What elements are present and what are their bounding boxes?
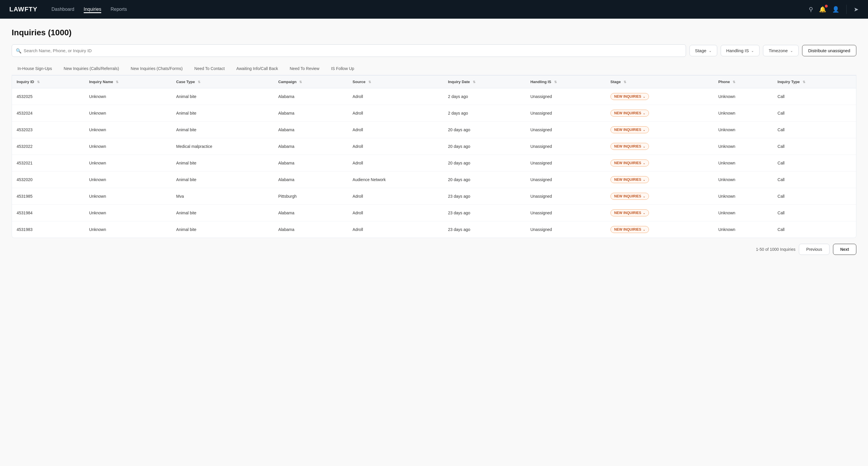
cell-stage: NEW INQUIRIES ⌄ (606, 122, 714, 138)
cell-case-type: Animal bite (172, 88, 274, 105)
cell-handling-is: Unassigned (526, 172, 606, 188)
cell-stage: NEW INQUIRIES ⌄ (606, 88, 714, 105)
stage-badge[interactable]: NEW INQUIRIES ⌄ (611, 159, 649, 166)
tab-is-follow-up[interactable]: IS Follow Up (325, 63, 360, 75)
cell-inquiry-type: Call (773, 155, 856, 172)
tab-need-to-review[interactable]: Need To Review (284, 63, 325, 75)
col-inquiry-id[interactable]: Inquiry ID ⇅ (12, 75, 84, 88)
cell-case-type: Animal bite (172, 172, 274, 188)
table-header-row: Inquiry ID ⇅ Inquiry Name ⇅ Case Type ⇅ … (12, 75, 856, 88)
cell-inquiry-id: 4532025 (12, 88, 84, 105)
stage-filter[interactable]: Stage ⌄ (689, 45, 717, 56)
next-button[interactable]: Next (833, 244, 856, 255)
stage-badge[interactable]: NEW INQUIRIES ⌄ (611, 93, 649, 100)
tab-awaiting-info[interactable]: Awaiting Info/Call Back (230, 63, 284, 75)
notifications-icon[interactable]: 🔔 (819, 6, 826, 13)
cell-source: Adroll (348, 105, 443, 122)
cell-phone: Unknown (714, 122, 773, 138)
distribute-button[interactable]: Distribute unassigned (802, 45, 856, 56)
cell-case-type: Animal bite (172, 221, 274, 238)
stage-badge[interactable]: NEW INQUIRIES ⌄ (611, 209, 649, 216)
tab-new-inquiries-calls[interactable]: New Inquiries (Calls/Referrals) (58, 63, 125, 75)
cell-inquiry-date: 23 days ago (443, 188, 526, 205)
stage-badge[interactable]: NEW INQUIRIES ⌄ (611, 226, 649, 233)
cell-case-type: Animal bite (172, 105, 274, 122)
cell-inquiry-id: 4531983 (12, 221, 84, 238)
cell-handling-is: Unassigned (526, 221, 606, 238)
cell-handling-is: Unassigned (526, 122, 606, 138)
cell-inquiry-date: 20 days ago (443, 138, 526, 155)
cell-inquiry-date: 20 days ago (443, 155, 526, 172)
cell-case-type: Animal bite (172, 155, 274, 172)
table-row[interactable]: 4532025 Unknown Animal bite Alabama Adro… (12, 88, 856, 105)
table-row[interactable]: 4532020 Unknown Animal bite Alabama Audi… (12, 172, 856, 188)
stage-badge[interactable]: NEW INQUIRIES ⌄ (611, 143, 649, 150)
search-input[interactable] (12, 44, 686, 57)
col-inquiry-name[interactable]: Inquiry Name ⇅ (84, 75, 172, 88)
cell-stage: NEW INQUIRIES ⌄ (606, 205, 714, 221)
table-row[interactable]: 4531985 Unknown Mva Pittsburgh Adroll 23… (12, 188, 856, 205)
table-row[interactable]: 4532024 Unknown Animal bite Alabama Adro… (12, 105, 856, 122)
col-inquiry-type[interactable]: Inquiry Type ⇅ (773, 75, 856, 88)
col-stage[interactable]: Stage ⇅ (606, 75, 714, 88)
stage-badge-chevron-icon: ⌄ (643, 195, 645, 198)
cell-inquiry-name: Unknown (84, 88, 172, 105)
cell-case-type: Animal bite (172, 205, 274, 221)
tab-need-to-contact[interactable]: Need To Contact (188, 63, 230, 75)
col-inquiry-date[interactable]: Inquiry Date ⇅ (443, 75, 526, 88)
stage-badge-chevron-icon: ⌄ (643, 211, 645, 215)
tab-in-house-signups[interactable]: In-House Sign-Ups (12, 63, 58, 75)
search-icon[interactable]: ⚲ (809, 6, 813, 13)
cell-inquiry-type: Call (773, 221, 856, 238)
user-icon[interactable]: 👤 (832, 6, 839, 13)
cell-inquiry-id: 4532024 (12, 105, 84, 122)
cell-campaign: Alabama (274, 155, 348, 172)
cell-inquiry-type: Call (773, 205, 856, 221)
page-title: Inquiries (1000) (12, 28, 856, 37)
stage-badge-chevron-icon: ⌄ (643, 112, 645, 115)
cell-phone: Unknown (714, 205, 773, 221)
col-case-type[interactable]: Case Type ⇅ (172, 75, 274, 88)
col-source[interactable]: Source ⇅ (348, 75, 443, 88)
cell-inquiry-type: Call (773, 172, 856, 188)
table-row[interactable]: 4531983 Unknown Animal bite Alabama Adro… (12, 221, 856, 238)
table-row[interactable]: 4532021 Unknown Animal bite Alabama Adro… (12, 155, 856, 172)
sort-icon-inquiry-id: ⇅ (37, 80, 40, 84)
stage-badge[interactable]: NEW INQUIRIES ⌄ (611, 110, 649, 117)
table-row[interactable]: 4532022 Unknown Medical malpractice Alab… (12, 138, 856, 155)
stage-badge[interactable]: NEW INQUIRIES ⌄ (611, 193, 649, 200)
notification-badge (825, 5, 828, 8)
cell-inquiry-name: Unknown (84, 105, 172, 122)
nav-reports[interactable]: Reports (111, 5, 127, 13)
cell-source: Adroll (348, 88, 443, 105)
stage-badge-chevron-icon: ⌄ (643, 95, 645, 98)
cell-inquiry-date: 20 days ago (443, 122, 526, 138)
nav-inquiries[interactable]: Inquiries (84, 5, 101, 13)
col-campaign[interactable]: Campaign ⇅ (274, 75, 348, 88)
col-phone[interactable]: Phone ⇅ (714, 75, 773, 88)
cell-inquiry-id: 4532023 (12, 122, 84, 138)
previous-button[interactable]: Previous (799, 244, 829, 255)
cell-inquiry-name: Unknown (84, 205, 172, 221)
pagination: 1-50 of 1000 Inquiries Previous Next (12, 238, 856, 255)
col-handling-is[interactable]: Handling IS ⇅ (526, 75, 606, 88)
cell-phone: Unknown (714, 155, 773, 172)
cell-inquiry-type: Call (773, 122, 856, 138)
sort-icon-inquiry-type: ⇅ (803, 80, 805, 84)
timezone-filter[interactable]: Timezone ⌄ (763, 45, 798, 56)
logout-icon[interactable]: ➤ (854, 6, 859, 13)
cell-inquiry-id: 4531984 (12, 205, 84, 221)
tab-new-inquiries-chats[interactable]: New Inquiries (Chats/Forms) (125, 63, 188, 75)
stage-badge[interactable]: NEW INQUIRIES ⌄ (611, 126, 649, 133)
stage-badge[interactable]: NEW INQUIRIES ⌄ (611, 176, 649, 183)
sort-icon-inquiry-date: ⇅ (473, 80, 475, 84)
table-row[interactable]: 4532023 Unknown Animal bite Alabama Adro… (12, 122, 856, 138)
cell-campaign: Pittsburgh (274, 188, 348, 205)
cell-source: Adroll (348, 188, 443, 205)
nav-dashboard[interactable]: Dashboard (51, 5, 74, 13)
nav-divider (846, 5, 847, 14)
table-row[interactable]: 4531984 Unknown Animal bite Alabama Adro… (12, 205, 856, 221)
cell-inquiry-name: Unknown (84, 155, 172, 172)
handling-is-filter[interactable]: Handling IS ⌄ (721, 45, 760, 56)
search-icon: 🔍 (16, 48, 22, 53)
